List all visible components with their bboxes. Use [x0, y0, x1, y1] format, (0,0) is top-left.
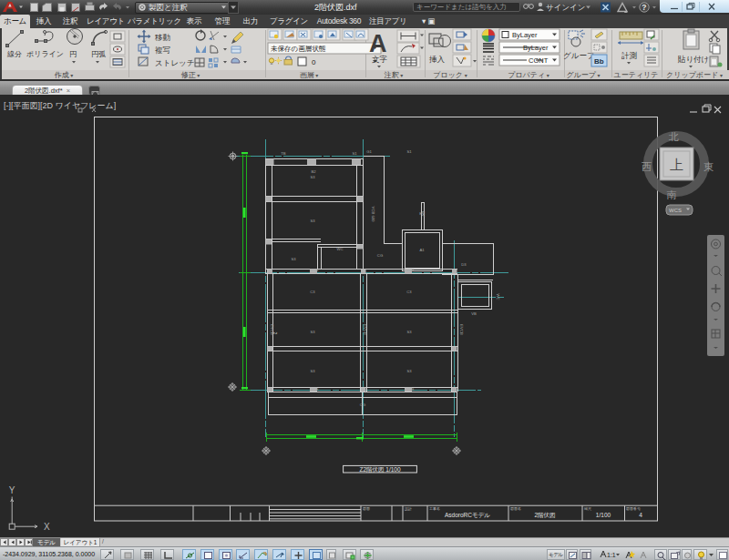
svg-text:C3: C3: [406, 290, 412, 294]
svg-text:0: 0: [312, 58, 316, 66]
svg-text:VCB: VCB: [311, 387, 319, 392]
svg-text:WCS: WCS: [669, 208, 682, 213]
svg-text:西: 西: [642, 161, 652, 172]
svg-text:縮尺: 縮尺: [583, 506, 591, 511]
svg-text:ByLayer: ByLayer: [523, 44, 549, 52]
svg-text:4: 4: [639, 512, 642, 518]
svg-text:C3: C3: [310, 290, 315, 294]
svg-text:2: 2: [272, 332, 278, 335]
svg-text:A: A: [369, 30, 387, 57]
svg-text:ポリライン: ポリライン: [26, 50, 64, 58]
svg-text:円弧: 円弧: [91, 50, 106, 58]
svg-text:[-][平面図][2D ワイヤフレーム]: [-][平面図][2D ワイヤフレーム]: [4, 101, 116, 110]
svg-text:1/100: 1/100: [596, 512, 611, 518]
svg-text:サインイン: サインイン: [546, 3, 586, 12]
svg-text:VB: VB: [471, 311, 477, 316]
svg-text:S1: S1: [406, 149, 412, 154]
svg-text:挿入: 挿入: [429, 55, 446, 64]
svg-text:B2: B2: [311, 169, 316, 174]
svg-text:S3: S3: [291, 257, 296, 261]
svg-text:S3: S3: [406, 330, 412, 334]
svg-text:WC: WC: [496, 294, 500, 300]
svg-text:計測: 計測: [621, 51, 638, 60]
svg-text:CG: CG: [377, 253, 383, 258]
svg-text:S3: S3: [310, 175, 315, 179]
svg-text:南: 南: [667, 189, 677, 200]
svg-text:X: X: [44, 522, 50, 532]
svg-text:EVCB: EVCB: [363, 324, 367, 335]
svg-text:貼り付け: 貼り付け: [677, 55, 709, 64]
svg-text:東: 東: [703, 161, 714, 172]
svg-text:円: 円: [69, 50, 77, 58]
svg-text:?: ?: [642, 3, 646, 12]
svg-text:複写: 複写: [155, 46, 170, 55]
svg-text:図面番号: 図面番号: [626, 506, 641, 511]
svg-text:VCB 600: VCB 600: [371, 207, 375, 222]
svg-text:CONT: CONT: [529, 56, 549, 65]
svg-text:G1: G1: [366, 149, 372, 154]
svg-text:2階伏図: 2階伏図: [534, 512, 555, 519]
svg-text:CG: CG: [360, 402, 365, 407]
svg-text:EV: EV: [421, 211, 426, 217]
svg-text:S1: S1: [352, 151, 357, 156]
svg-text:A1: A1: [419, 248, 425, 252]
svg-text:未保存の画層状態: 未保存の画層状態: [271, 45, 326, 53]
svg-text:工事名: 工事名: [429, 506, 440, 511]
svg-text:線分: 線分: [6, 50, 22, 58]
svg-text:設計: 設計: [405, 506, 412, 512]
svg-text:VCB: VCB: [406, 268, 415, 272]
svg-text:文字: 文字: [372, 55, 388, 64]
svg-text:WC: WC: [337, 247, 344, 251]
svg-text:ストレッチ: ストレッチ: [155, 58, 195, 67]
svg-text:EVCB: EVCB: [459, 324, 464, 335]
svg-text:Bb: Bb: [594, 57, 604, 66]
svg-text:AsdoroRCモデル: AsdoroRCモデル: [445, 512, 490, 518]
svg-text:移動: 移動: [154, 33, 171, 42]
svg-text:TB: TB: [281, 151, 286, 156]
svg-text:S3: S3: [310, 219, 315, 223]
svg-text:Z2階伏図 1/100: Z2階伏図 1/100: [359, 466, 401, 473]
svg-text:ByLayer: ByLayer: [512, 31, 538, 39]
svg-text:図面: 図面: [363, 506, 370, 511]
svg-text:図面名: 図面名: [510, 506, 521, 511]
svg-text:1:1: 1:1: [607, 552, 616, 558]
svg-text:北: 北: [668, 131, 679, 142]
svg-text:D3: D3: [461, 262, 467, 267]
svg-text:S3: S3: [310, 369, 315, 373]
svg-text:VCB: VCB: [311, 268, 319, 272]
svg-text:S3: S3: [310, 330, 315, 334]
svg-text:S3: S3: [406, 369, 412, 373]
svg-text:Y: Y: [9, 485, 15, 495]
svg-text:上: 上: [670, 157, 683, 172]
svg-text:グループ: グループ: [563, 51, 595, 60]
svg-text:VCB: VCB: [406, 387, 415, 392]
